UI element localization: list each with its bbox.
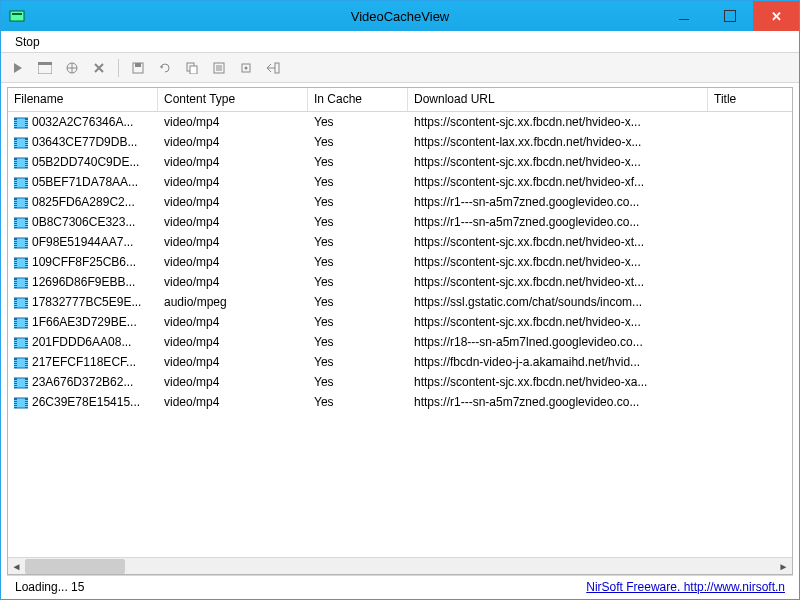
scroll-left-icon[interactable]: ◄ [8, 558, 25, 575]
table-row[interactable]: 12696D86F9EBB...video/mp4Yeshttps://scon… [8, 272, 792, 292]
svg-rect-76 [14, 226, 17, 227]
titlebar: VideoCacheView [1, 1, 799, 31]
table-row[interactable]: 0825FD6A289C2...video/mp4Yeshttps://r1--… [8, 192, 792, 212]
svg-rect-10 [190, 66, 197, 74]
svg-rect-95 [14, 260, 17, 261]
svg-rect-18 [14, 120, 17, 121]
scroll-right-icon[interactable]: ► [775, 558, 792, 575]
table-row[interactable]: 0B8C7306CE323...video/mp4Yeshttps://r1--… [8, 212, 792, 232]
table-row[interactable]: 217EFCF118ECF...video/mp4Yeshttps://fbcd… [8, 352, 792, 372]
table-row[interactable]: 0F98E51944AA7...video/mp4Yeshttps://scon… [8, 232, 792, 252]
svg-rect-117 [14, 300, 17, 301]
column-filename[interactable]: Filename [8, 88, 158, 111]
svg-rect-54 [14, 186, 17, 187]
column-in-cache[interactable]: In Cache [308, 88, 408, 111]
svg-rect-118 [14, 302, 17, 303]
svg-rect-57 [25, 184, 28, 185]
svg-rect-177 [25, 402, 28, 403]
cell-in-cache: Yes [308, 175, 408, 189]
svg-rect-131 [14, 326, 17, 327]
svg-rect-174 [14, 404, 17, 405]
status-text: Loading... 15 [15, 580, 84, 594]
svg-rect-153 [14, 366, 17, 367]
table-row[interactable]: 109CFF8F25CB6...video/mp4Yeshttps://scon… [8, 252, 792, 272]
svg-rect-91 [25, 246, 28, 247]
svg-rect-69 [25, 206, 28, 207]
refresh-icon[interactable] [154, 57, 176, 79]
svg-rect-0 [10, 11, 24, 21]
svg-rect-112 [25, 284, 28, 285]
svg-rect-113 [25, 286, 28, 287]
copy-icon[interactable] [181, 57, 203, 79]
svg-rect-7 [135, 63, 141, 67]
svg-rect-139 [14, 340, 17, 341]
svg-rect-58 [25, 186, 28, 187]
column-download-url[interactable]: Download URL [408, 88, 708, 111]
svg-rect-79 [25, 224, 28, 225]
exit-icon[interactable] [262, 57, 284, 79]
svg-rect-68 [25, 204, 28, 205]
column-title[interactable]: Title [708, 88, 768, 111]
svg-rect-132 [25, 320, 28, 321]
table-row[interactable]: 03643CE77D9DB...video/mp4Yeshttps://scon… [8, 132, 792, 152]
table-row[interactable]: 201FDDD6AA08...video/mp4Yeshttps://r18--… [8, 332, 792, 352]
svg-rect-146 [25, 346, 28, 347]
cell-filename: 201FDDD6AA08... [8, 335, 158, 349]
svg-rect-145 [25, 344, 28, 345]
minimize-button[interactable] [661, 1, 707, 31]
status-link[interactable]: NirSoft Freeware. http://www.nirsoft.n [586, 580, 785, 594]
maximize-button[interactable] [707, 1, 753, 31]
cell-filename: 1F66AE3D729BE... [8, 315, 158, 329]
svg-rect-98 [14, 266, 17, 267]
video-file-icon [14, 277, 28, 289]
properties-icon[interactable] [208, 57, 230, 79]
svg-rect-24 [25, 124, 28, 125]
table-row[interactable]: 17832777BC5E9E...audio/mpegYeshttps://ss… [8, 292, 792, 312]
svg-rect-99 [25, 260, 28, 261]
cell-download-url: https://fbcdn-video-j-a.akamaihd.net/hvi… [408, 355, 708, 369]
svg-rect-109 [14, 286, 17, 287]
table-row[interactable]: 0032A2C76346A...video/mp4Yeshttps://scon… [8, 112, 792, 132]
cell-content-type: video/mp4 [158, 275, 308, 289]
cell-filename: 12696D86F9EBB... [8, 275, 158, 289]
browser-icon[interactable] [34, 57, 56, 79]
svg-rect-87 [14, 246, 17, 247]
window-controls [661, 1, 799, 31]
svg-rect-1 [12, 13, 22, 15]
cell-download-url: https://scontent-sjc.xx.fbcdn.net/hvideo… [408, 315, 708, 329]
cell-filename: 05B2DD740C9DE... [8, 155, 158, 169]
save-icon[interactable] [127, 57, 149, 79]
scroll-thumb[interactable] [25, 559, 125, 574]
cell-download-url: https://r1---sn-a5m7zned.googlevideo.co.… [408, 195, 708, 209]
column-content-type[interactable]: Content Type [158, 88, 308, 111]
video-file-icon [14, 257, 28, 269]
svg-rect-122 [25, 302, 28, 303]
cell-in-cache: Yes [308, 275, 408, 289]
cell-in-cache: Yes [308, 155, 408, 169]
svg-rect-121 [25, 300, 28, 301]
close-button[interactable] [753, 1, 799, 31]
play-icon[interactable] [7, 57, 29, 79]
video-file-icon [14, 337, 28, 349]
table-row[interactable]: 05B2DD740C9DE...video/mp4Yeshttps://scon… [8, 152, 792, 172]
svg-rect-25 [25, 126, 28, 127]
horizontal-scrollbar[interactable]: ◄ ► [8, 557, 792, 574]
cell-content-type: video/mp4 [158, 375, 308, 389]
cell-in-cache: Yes [308, 255, 408, 269]
globe-icon[interactable] [61, 57, 83, 79]
menu-stop[interactable]: Stop [7, 33, 48, 51]
table-row[interactable]: 26C39E78E15415...video/mp4Yeshttps://r1-… [8, 392, 792, 412]
svg-marker-8 [160, 66, 163, 69]
svg-rect-77 [25, 220, 28, 221]
list-body[interactable]: 0032A2C76346A...video/mp4Yeshttps://scon… [8, 112, 792, 557]
table-row[interactable]: 1F66AE3D729BE...video/mp4Yeshttps://scon… [8, 312, 792, 332]
svg-rect-42 [14, 164, 17, 165]
svg-rect-45 [25, 162, 28, 163]
table-row[interactable]: 23A676D372B62...video/mp4Yeshttps://scon… [8, 372, 792, 392]
video-file-icon [14, 177, 28, 189]
table-row[interactable]: 05BEF71DA78AA...video/mp4Yeshttps://scon… [8, 172, 792, 192]
options-icon[interactable] [235, 57, 257, 79]
svg-rect-123 [25, 304, 28, 305]
svg-rect-30 [14, 142, 17, 143]
delete-icon[interactable] [88, 57, 110, 79]
